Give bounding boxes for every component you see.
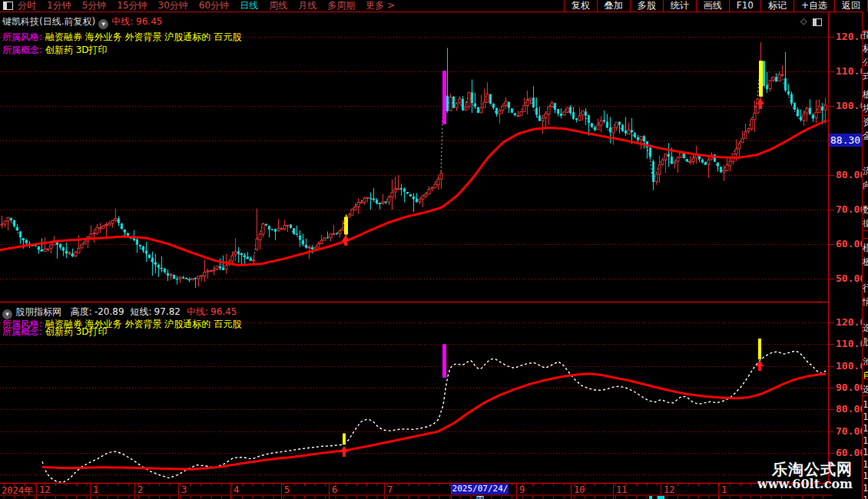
field-label-0: 高度:: [71, 306, 92, 317]
strip-glyph: 股: [863, 335, 868, 349]
buy-signal-arrow: [340, 446, 348, 457]
strip-glyph: 选: [863, 322, 868, 335]
strip-glyph: 自: [863, 369, 868, 382]
style-label: 所属风格:: [2, 31, 42, 42]
watermark: 乐淘公式网 www.60lt.com: [757, 461, 853, 491]
field-label-2: 中线:: [187, 306, 208, 317]
concept-value[interactable]: 创新药 3D打印: [45, 45, 108, 55]
strip-glyph: 池: [863, 355, 868, 368]
strip-separator: [863, 230, 868, 231]
month-label-7: 7: [387, 484, 393, 495]
month-label-1: 1: [93, 484, 98, 495]
strip-number: 1: [863, 483, 868, 494]
strip-glyph: 块: [863, 102, 868, 115]
strip-glyph: 据: [863, 217, 868, 230]
strip-number: 1: [863, 459, 868, 470]
month-label-11: 11: [616, 484, 627, 495]
chart-canvas[interactable]: [0, 0, 868, 499]
strip-separator: [863, 65, 868, 66]
date-axis-ticks: [4, 484, 823, 499]
strip-glyph: 向: [863, 179, 868, 192]
zhongxian-value: 96.45: [136, 16, 162, 27]
indicator-title: 股朋指标网: [15, 306, 61, 317]
clipped-sidebar-strip[interactable]: 指标公式板块资金流向数据模板行情选股池自选111111111: [862, 12, 868, 499]
pane-split-icon[interactable]: [813, 18, 822, 26]
month-label-2: 2: [137, 484, 143, 495]
chevron-down-icon[interactable]: ▾: [98, 19, 108, 29]
month-label-4: 4: [234, 484, 239, 495]
strip-glyph: 金: [863, 130, 868, 143]
sub-concept-row: 所属概念: 创新药 3D打印: [2, 326, 108, 339]
concept-label: 所属概念:: [2, 326, 42, 337]
watermark-site-name: 乐淘公式网: [757, 461, 853, 478]
zhongxian-label: 中线:: [111, 16, 133, 27]
field-value-1: 97.82: [154, 306, 181, 317]
strip-glyph: 模: [863, 242, 868, 255]
strip-separator: [863, 378, 868, 379]
strip-glyph: 资: [863, 116, 868, 129]
buy-signal-arrow: [342, 235, 350, 246]
concept-label: 所属概念:: [2, 45, 42, 55]
buy-signal-arrow: [756, 360, 764, 371]
current-price-badge: 88.30: [829, 134, 863, 147]
strip-separator: [863, 365, 868, 365]
strip-glyph: 选: [863, 383, 868, 396]
main-pane-header: 键凯科技(日线.前复权)▾中线: 96.45: [2, 15, 162, 29]
diamond-icon[interactable]: ◇: [800, 16, 807, 26]
strip-number: 1: [863, 447, 868, 458]
trading-app-window: 分时1分钟5分钟15分钟30分钟60分钟日线周线月线多周期更多 > 复权叠加多股…: [0, 0, 868, 499]
field-value-0: -20.89: [94, 306, 124, 317]
selected-date-badge: 2025/07/24/四: [452, 484, 509, 494]
signal-bar: [343, 433, 346, 444]
strip-number: 1: [863, 411, 868, 422]
strip-glyph: 式: [863, 70, 868, 83]
signal-bar: [758, 339, 761, 359]
signal-bar: [442, 344, 446, 378]
month-label-13: 1: [721, 484, 727, 495]
strip-glyph: 板: [863, 88, 868, 101]
month-label-6: 6: [332, 484, 337, 495]
month-label-0: 12: [39, 484, 50, 495]
strip-separator: [863, 115, 868, 116]
strip-number: 1: [863, 471, 868, 481]
main-candles-pane[interactable]: [0, 42, 827, 288]
strip-glyph: 数: [863, 203, 868, 216]
strip-separator: [863, 395, 868, 396]
strip-glyph: 板: [863, 256, 868, 269]
strip-separator: [863, 238, 868, 239]
month-label-10: 10: [574, 484, 585, 495]
strip-glyph: 公: [863, 56, 868, 69]
strip-number: 1: [863, 494, 868, 499]
month-label-3: 3: [181, 484, 187, 495]
stock-title: 键凯科技(日线.前复权): [2, 16, 95, 27]
strip-number: 1: [863, 435, 868, 446]
strip-separator: [863, 31, 868, 31]
month-label-5: 5: [284, 484, 290, 495]
month-label-12: 12: [664, 484, 674, 495]
field-label-1: 短线:: [131, 306, 152, 317]
strip-glyph: 标: [863, 42, 868, 55]
indicator-fields: 高度:-20.89短线:97.82中线:96.45: [65, 306, 237, 317]
strip-number: 1: [863, 423, 868, 434]
main-style-row: 所属风格: 融资融券 海外业务 外资背景 沪股通标的 百元股: [2, 31, 241, 44]
concept-value[interactable]: 创新药 3D打印: [45, 326, 108, 337]
strip-glyph: 流: [863, 165, 868, 178]
month-label-9: 9: [519, 484, 525, 495]
strip-glyph: 情: [863, 296, 868, 309]
sub-indicator-pane[interactable]: [42, 339, 826, 482]
style-value[interactable]: 融资融券 海外业务 外资背景 沪股通标的 百元股: [45, 31, 241, 42]
strip-number: 1: [863, 399, 868, 410]
watermark-url: www.60lt.com: [757, 478, 853, 491]
main-concept-row: 所属概念: 创新药 3D打印: [2, 44, 108, 57]
gridlines: [0, 38, 834, 475]
strip-glyph: 行: [863, 282, 868, 295]
field-value-2: 96.45: [210, 306, 237, 317]
year-label: 2024年: [2, 484, 33, 497]
